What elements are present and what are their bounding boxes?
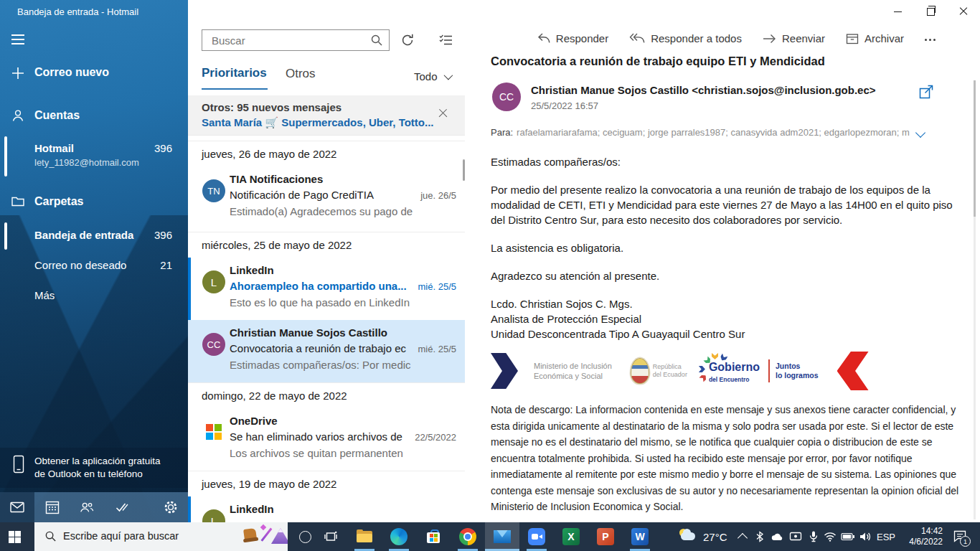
close-button[interactable] — [947, 0, 980, 23]
avatar: L — [202, 270, 225, 293]
date-group-header: domingo, 22 de mayo de 2022 — [188, 382, 465, 409]
open-in-new-window-icon[interactable] — [918, 84, 934, 100]
taskbar-mail-active[interactable] — [485, 522, 519, 551]
mail-app-icon — [494, 530, 511, 543]
filter-dropdown[interactable]: Todo — [414, 70, 451, 83]
avatar: L — [202, 509, 225, 522]
body-paragraph: Por medio del presente realizo la convoc… — [491, 182, 966, 227]
window-controls — [881, 0, 980, 23]
action-center-button[interactable]: 1 — [953, 529, 967, 544]
temperature[interactable]: 27°C — [703, 531, 727, 543]
clock[interactable]: 14:42 4/6/2022 — [898, 526, 943, 547]
speaker-icon[interactable] — [859, 530, 872, 543]
forward-button[interactable]: Reenviar — [763, 32, 825, 44]
banner-title: Otros: 95 nuevos mensajes — [202, 101, 341, 113]
reading-scrollbar-thumb[interactable] — [974, 80, 976, 217]
search-input[interactable] — [202, 30, 389, 50]
banner-close-icon[interactable] — [438, 108, 448, 118]
sync-refresh-icon[interactable] — [400, 32, 415, 48]
message-time: mié. 25/5 — [418, 281, 456, 292]
minimize-icon — [894, 11, 902, 12]
sidebar-bottom-nav — [0, 492, 188, 522]
account-unread-count: 396 — [154, 142, 172, 154]
window-title: Bandeja de entrada - Hotmail — [17, 6, 138, 17]
taskbar-edge[interactable] — [390, 528, 407, 545]
reply-button[interactable]: Responder — [537, 32, 608, 44]
accounts-label: Cuentas — [34, 109, 80, 122]
meet-now-cast-icon[interactable] — [789, 530, 802, 543]
disclaimer-text: Nota de descargo: La informacion conteni… — [491, 402, 961, 515]
wifi-icon[interactable] — [824, 530, 837, 543]
minimize-button[interactable] — [881, 0, 914, 23]
restore-button[interactable] — [914, 0, 947, 23]
folder-junk-count: 21 — [160, 259, 172, 271]
start-button[interactable] — [9, 531, 21, 543]
taskbar-powerpoint[interactable]: P — [597, 528, 614, 545]
taskbar-zoom[interactable] — [528, 528, 545, 545]
outlook-promo-banner[interactable]: Obtener la aplicación gratuita de Outloo… — [0, 448, 188, 488]
taskbar-store[interactable] — [425, 528, 442, 545]
search-box[interactable] — [202, 29, 390, 51]
message-preview: Estimadas compañeras/os: Por medic — [230, 359, 445, 371]
ecuador-crest-logo: República del Ecuador — [631, 358, 687, 384]
taskbar-search-box[interactable]: Escribe aquí para buscar — [34, 522, 288, 551]
to-recipients: rafaelamariarafama; ceciguam; jorge parr… — [517, 127, 910, 138]
plus-icon — [11, 67, 24, 80]
message-row-onedrive[interactable]: OneDrive Se han eliminado varios archivo… — [188, 408, 465, 471]
archive-button[interactable]: Archivar — [846, 32, 904, 44]
taskbar-file-explorer[interactable] — [356, 528, 373, 545]
selection-mode-icon[interactable] — [438, 32, 454, 48]
email-subject: Convocatoria a reunión de trabajo equipo… — [491, 55, 958, 68]
bluetooth-icon[interactable] — [755, 530, 765, 543]
sender-name-email: Christian Manue Sojos Castillo <christia… — [531, 84, 876, 96]
folder-inbox-label: Bandeja de entrada — [34, 229, 133, 241]
message-time: jue. 26/5 — [420, 190, 456, 201]
tray-overflow-chevron-icon[interactable] — [738, 533, 748, 543]
reply-all-button[interactable]: Responder a todos — [629, 32, 742, 44]
reply-icon — [537, 32, 550, 44]
message-toolbar: Responder Responder a todos Reenviar Arc… — [537, 32, 936, 44]
battery-icon[interactable] — [841, 530, 855, 543]
sender-avatar[interactable]: CC — [492, 83, 521, 111]
calendar-icon[interactable] — [44, 499, 60, 515]
weather-icon[interactable] — [679, 529, 697, 545]
gobierno-divider — [768, 359, 770, 382]
message-list-pane: Prioritarios Otros Todo Otros: 95 nuevos… — [188, 23, 466, 522]
tab-prioritarios[interactable]: Prioritarios — [202, 66, 267, 80]
other-inbox-banner[interactable]: Otros: 95 nuevos mensajes Santa María 🛒 … — [188, 95, 465, 136]
language-indicator[interactable]: ESP — [877, 532, 895, 542]
hamburger-menu-icon[interactable] — [11, 34, 24, 44]
microphone-icon[interactable] — [808, 530, 819, 543]
date-group-header: miércoles, 25 de mayo de 2022 — [188, 232, 465, 258]
chevron-down-icon — [443, 71, 453, 80]
folder-selected-indicator — [4, 222, 7, 250]
forward-label: Reenviar — [782, 32, 825, 44]
message-row-tia[interactable]: TN TIA Notificaciones Notificación de Pa… — [188, 166, 465, 231]
onedrive-cloud-icon[interactable] — [771, 530, 785, 543]
archive-label: Archivar — [864, 32, 904, 44]
account-selected-indicator — [4, 136, 7, 176]
gobierno-arrows-icon — [699, 353, 732, 382]
task-view-button[interactable] — [324, 531, 337, 542]
more-actions-button[interactable] — [925, 36, 936, 41]
taskbar-excel[interactable]: X — [562, 528, 580, 545]
message-time: mié. 25/5 — [418, 344, 456, 354]
message-subject: Se han eliminado varios archivos de — [230, 430, 410, 443]
message-row-christian-selected[interactable]: CC Christian Manue Sojos Castillo Convoc… — [188, 320, 465, 382]
clock-date: 4/6/2022 — [898, 537, 943, 547]
close-icon — [959, 7, 968, 16]
todo-check-icon[interactable] — [114, 499, 130, 515]
taskbar-chrome[interactable] — [459, 528, 476, 545]
avatar: CC — [202, 333, 225, 356]
message-row-linkedin-partial[interactable]: L LinkedIn — [188, 496, 465, 522]
people-icon[interactable] — [79, 499, 95, 515]
reply-label: Responder — [556, 32, 608, 44]
cortana-button[interactable] — [299, 531, 311, 543]
settings-gear-icon[interactable] — [163, 499, 179, 515]
expand-recipients-chevron-icon[interactable] — [915, 128, 925, 138]
avatar: TN — [202, 179, 225, 202]
mail-icon[interactable] — [9, 499, 25, 515]
message-row-linkedin[interactable]: L LinkedIn Ahoraempleo ha compartido una… — [188, 258, 465, 320]
tab-otros[interactable]: Otros — [286, 67, 316, 81]
taskbar-word[interactable]: W — [631, 528, 649, 545]
